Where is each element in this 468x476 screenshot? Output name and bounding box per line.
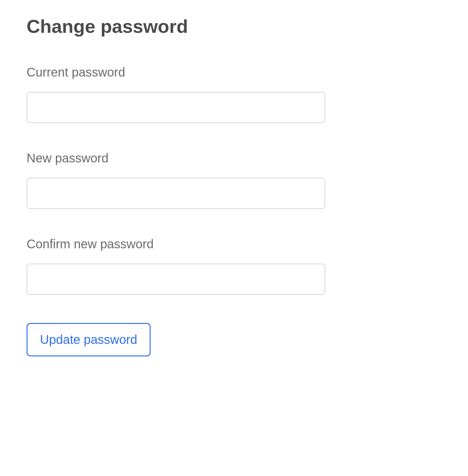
new-password-group: New password [27,151,441,209]
confirm-password-input[interactable] [27,264,325,295]
current-password-label: Current password [27,65,441,79]
new-password-label: New password [27,151,441,165]
new-password-input[interactable] [27,178,325,209]
confirm-password-group: Confirm new password [27,237,441,295]
confirm-password-label: Confirm new password [27,237,441,251]
page-title: Change password [27,16,441,37]
current-password-group: Current password [27,65,441,123]
update-password-button[interactable]: Update password [27,323,151,356]
change-password-form: Change password Current password New pas… [27,16,441,356]
current-password-input[interactable] [27,92,325,123]
